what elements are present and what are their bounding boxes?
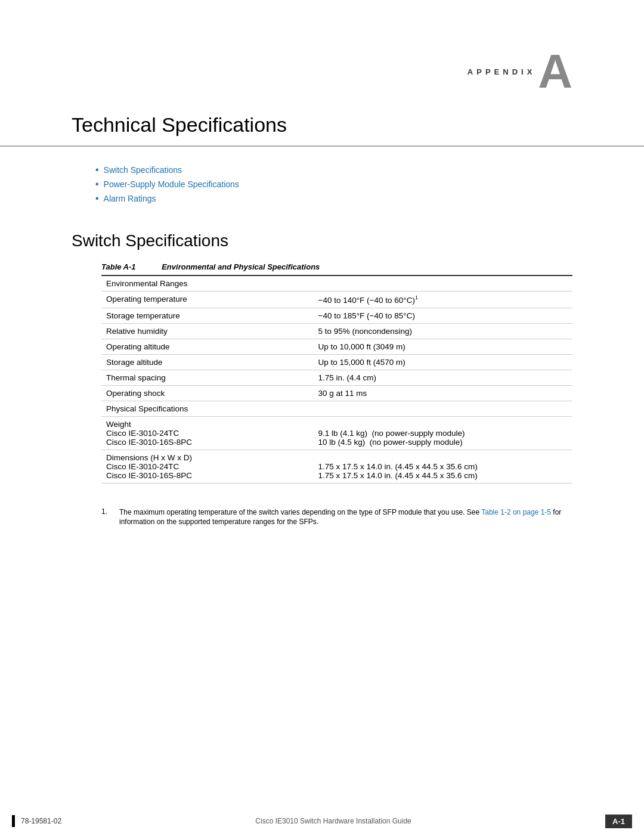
table-cell: 5 to 95% (noncondensing)	[314, 323, 573, 339]
footnote-section: 1. The maximum operating temperature of …	[0, 501, 644, 554]
table-cell: −40 to 140°F (−40 to 60°C)1	[314, 292, 573, 308]
appendix-header: APPENDIX A	[0, 0, 644, 107]
table-cell: Storage altitude	[101, 354, 314, 370]
bullet-icon-3: •	[95, 193, 99, 204]
footnote-item-1: 1. The maximum operating temperature of …	[101, 507, 572, 528]
table-cell: Operating altitude	[101, 339, 314, 354]
table-row: Physical Specifications	[101, 401, 572, 416]
table-row: Weight Cisco IE-3010-24TC Cisco IE-3010-…	[101, 416, 572, 450]
toc-section: • Switch Specifications • Power-Supply M…	[0, 147, 644, 225]
table-title: Environmental and Physical Specification…	[162, 262, 320, 271]
table-row: Storage temperature −40 to 185°F (−40 to…	[101, 308, 572, 323]
footer-center-text: Cisco IE3010 Switch Hardware Installatio…	[61, 817, 605, 825]
table-cell: Weight Cisco IE-3010-24TC Cisco IE-3010-…	[101, 416, 314, 450]
table-cell: Operating temperature	[101, 292, 314, 308]
toc-link-power-supply[interactable]: Power-Supply Module Specifications	[104, 179, 239, 189]
bullet-icon-1: •	[95, 165, 99, 175]
footer-left: 78-19581-02	[12, 815, 61, 827]
table-cell: 1.75 x 17.5 x 14.0 in. (4.45 x 44.5 x 35…	[314, 450, 573, 483]
bullet-icon-2: •	[95, 179, 99, 190]
table-row: Operating altitude Up to 10,000 ft (3049…	[101, 339, 572, 354]
footnote-text-before: The maximum operating temperature of the…	[119, 508, 481, 516]
section-heading: Switch Specifications	[0, 225, 644, 262]
appendix-letter: A	[538, 48, 572, 95]
table-cell: Storage temperature	[101, 308, 314, 323]
table-cell: Relative humidity	[101, 323, 314, 339]
page: APPENDIX A Technical Specifications • Sw…	[0, 0, 644, 833]
toc-item-2: • Power-Supply Module Specifications	[95, 179, 572, 190]
table-row: Operating shock 30 g at 11 ms	[101, 385, 572, 401]
footer-doc-number: 78-19581-02	[21, 817, 61, 825]
section-label-env: Environmental Ranges	[101, 275, 572, 292]
table-row: Operating temperature −40 to 140°F (−40 …	[101, 292, 572, 308]
toc-item-1: • Switch Specifications	[95, 165, 572, 175]
footer-bar-icon	[12, 815, 15, 827]
table-cell: 1.75 in. (4.4 cm)	[314, 370, 573, 385]
section-label-physical: Physical Specifications	[101, 401, 572, 416]
table-row: Environmental Ranges	[101, 275, 572, 292]
table-cell: Thermal spacing	[101, 370, 314, 385]
main-title-section: Technical Specifications	[0, 107, 644, 147]
appendix-label: APPENDIX	[467, 67, 535, 76]
toc-link-alarm[interactable]: Alarm Ratings	[104, 194, 156, 203]
footnote-number: 1.	[101, 507, 119, 516]
page-title: Technical Specifications	[72, 113, 572, 137]
table-number: Table A-1	[101, 262, 136, 271]
table-row: Thermal spacing 1.75 in. (4.4 cm)	[101, 370, 572, 385]
table-area: Table A-1 Environmental and Physical Spe…	[0, 262, 644, 501]
footnote-link[interactable]: Table 1-2 on page 1-5	[481, 508, 551, 516]
section-title: Switch Specifications	[72, 231, 572, 250]
table-row: Storage altitude Up to 15,000 ft (4570 m…	[101, 354, 572, 370]
table-cell: 9.1 lb (4.1 kg) (no power-supply module)…	[314, 416, 573, 450]
table-cell: Up to 15,000 ft (4570 m)	[314, 354, 573, 370]
toc-item-3: • Alarm Ratings	[95, 193, 572, 204]
page-footer: 78-19581-02 Cisco IE3010 Switch Hardware…	[0, 809, 644, 833]
table-caption: Table A-1 Environmental and Physical Spe…	[101, 262, 572, 271]
table-cell: Operating shock	[101, 385, 314, 401]
footer-page-number: A-1	[605, 815, 632, 828]
table-cell: Up to 10,000 ft (3049 m)	[314, 339, 573, 354]
toc-link-switch-specs[interactable]: Switch Specifications	[104, 165, 182, 175]
table-row: Relative humidity 5 to 95% (noncondensin…	[101, 323, 572, 339]
footnote-text: The maximum operating temperature of the…	[119, 507, 572, 528]
table-row: Dimensions (H x W x D) Cisco IE-3010-24T…	[101, 450, 572, 483]
specs-table: Environmental Ranges Operating temperatu…	[101, 275, 572, 484]
table-cell: 30 g at 11 ms	[314, 385, 573, 401]
table-cell: −40 to 185°F (−40 to 85°C)	[314, 308, 573, 323]
table-cell: Dimensions (H x W x D) Cisco IE-3010-24T…	[101, 450, 314, 483]
